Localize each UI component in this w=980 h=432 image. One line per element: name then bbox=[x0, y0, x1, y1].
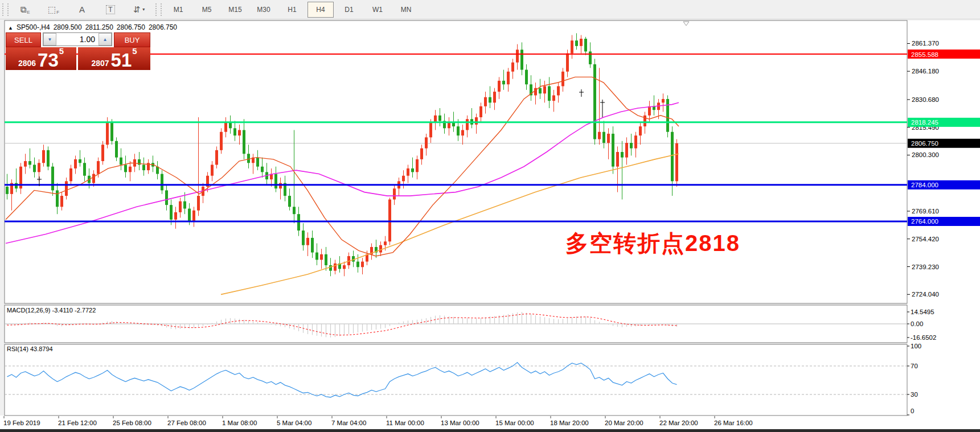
time-axis-label: 5 Mar 04:00 bbox=[277, 419, 311, 426]
drawing-tools-group: ⧉E⬚FAT⇵▾ bbox=[11, 2, 153, 18]
buy-button[interactable]: BUY bbox=[114, 32, 150, 47]
price-axis-tick: 2846.180 bbox=[912, 68, 939, 75]
time-axis-label: 27 Feb 08:00 bbox=[167, 419, 206, 426]
level-price-label: 2855.588 bbox=[911, 51, 938, 58]
time-axis-label: 11 Mar 00:00 bbox=[386, 419, 424, 426]
icon-subscript: F bbox=[56, 10, 59, 15]
symbol-info-bar: ▲SP500-,H42809.5002811.2502806.7502806.7… bbox=[8, 23, 181, 31]
buy-price-display[interactable]: 2807 51 5 bbox=[78, 47, 150, 70]
rsi-axis-tick: 100 bbox=[911, 343, 921, 349]
timeframe-button-h4[interactable]: H4 bbox=[307, 2, 334, 18]
grid-icon: ⬚ bbox=[48, 5, 56, 14]
chart-marker-icon: ▲ bbox=[8, 25, 13, 31]
rsi-axis-tick: 30 bbox=[911, 391, 918, 398]
timeframe-button-m5[interactable]: M5 bbox=[194, 2, 220, 18]
trading-terminal: ⧉E⬚FAT⇵▾ M1M5M15M30H1H4D1W1MN MACD(12,26… bbox=[0, 0, 980, 432]
time-axis-label: 19 Feb 2019 bbox=[3, 419, 40, 426]
current-price-label: 2806.750 bbox=[911, 140, 938, 147]
time-axis-label: 26 Mar 16:00 bbox=[714, 419, 753, 426]
price-axis-tick: 2754.420 bbox=[912, 236, 939, 242]
chart-backgrounds bbox=[0, 19, 980, 432]
sell-price-pip: 5 bbox=[59, 46, 64, 56]
level-price-label: 2764.000 bbox=[911, 218, 938, 225]
rsi-axis-tick: 0 bbox=[911, 408, 914, 414]
time-axis-label: 1 Mar 08:00 bbox=[222, 419, 257, 426]
macd-axis-tick: -16.6502 bbox=[911, 334, 936, 341]
arrow-objects-icon[interactable]: ⇵▾ bbox=[126, 2, 152, 18]
price-axis-tick: 2800.300 bbox=[912, 151, 939, 158]
text-label-icon: A bbox=[79, 5, 85, 14]
buy-price-pip: 5 bbox=[132, 46, 137, 56]
ohlc-high: 2811.250 bbox=[85, 23, 113, 31]
volume-input[interactable] bbox=[56, 33, 99, 46]
time-axis-label: 7 Mar 04:00 bbox=[331, 419, 366, 426]
sell-price-handle: 2806 bbox=[18, 59, 36, 68]
time-axis-label: 18 Mar 20:00 bbox=[550, 419, 589, 426]
timeframe-button-h1[interactable]: H1 bbox=[279, 2, 305, 18]
price-axis-tick: 2724.040 bbox=[912, 291, 939, 298]
time-axis-label: 20 Mar 20:00 bbox=[605, 419, 643, 426]
price-axis-tick: 2769.610 bbox=[912, 208, 939, 215]
text-label-icon[interactable]: A bbox=[69, 2, 95, 18]
time-axis-label: 22 Mar 20:00 bbox=[659, 419, 698, 426]
indicators-hatch-icon: ⧉ bbox=[20, 5, 26, 14]
toolbar: ⧉E⬚FAT⇵▾ M1M5M15M30H1H4D1W1MN bbox=[0, 0, 980, 19]
text-box-icon: T bbox=[106, 5, 114, 14]
arrow-objects-icon: ⇵ bbox=[133, 5, 141, 14]
timeframe-button-m30[interactable]: M30 bbox=[251, 2, 277, 18]
volume-increase-button[interactable]: ▲ bbox=[99, 33, 112, 46]
ohlc-close: 2806.750 bbox=[149, 23, 177, 31]
volume-spinner: ▼ ▲ bbox=[43, 32, 112, 46]
time-axis-label: 21 Feb 12:00 bbox=[58, 419, 97, 426]
volume-decrease-button[interactable]: ▼ bbox=[43, 33, 56, 46]
ohlc-low: 2806.750 bbox=[117, 23, 145, 31]
timeframe-button-w1[interactable]: W1 bbox=[364, 2, 391, 18]
time-axis-label: 25 Feb 08:00 bbox=[113, 419, 151, 426]
price-axis-tick: 2739.230 bbox=[912, 264, 939, 270]
timeframe-button-m1[interactable]: M1 bbox=[165, 2, 191, 18]
level-price-label: 2784.000 bbox=[911, 182, 938, 188]
timeframe-group: M1M5M15M30H1H4D1W1MN bbox=[164, 2, 420, 18]
price-axis-tick: 2861.370 bbox=[912, 40, 939, 47]
toolbar-grip[interactable] bbox=[2, 3, 9, 16]
text-box-icon[interactable]: T bbox=[97, 2, 124, 18]
price-axis-tick: 2830.680 bbox=[912, 96, 939, 103]
time-axis-label: 13 Mar 00:00 bbox=[441, 419, 479, 426]
indicators-hatch-icon[interactable]: ⧉E bbox=[12, 2, 38, 18]
rsi-axis-tick: 70 bbox=[911, 363, 918, 369]
buy-price-main: 51 bbox=[111, 52, 132, 68]
sell-button[interactable]: SELL bbox=[6, 32, 41, 47]
timeframe-button-m15[interactable]: M15 bbox=[222, 2, 248, 18]
icon-subscript: E bbox=[27, 10, 30, 15]
macd-axis-tick: 0.00 bbox=[911, 320, 923, 327]
one-click-trading-panel: SELL ▼ ▲ BUY 2806 73 5 2807 51 5 bbox=[6, 32, 150, 70]
level-price-label: 2818.245 bbox=[911, 119, 938, 126]
macd-axis-tick: 14.5495 bbox=[911, 308, 934, 315]
sell-price-main: 73 bbox=[38, 52, 59, 68]
time-axis-label: 15 Mar 00:00 bbox=[495, 419, 534, 426]
timeframe-button-d1[interactable]: D1 bbox=[336, 2, 362, 18]
grid-icon[interactable]: ⬚F bbox=[40, 2, 67, 18]
buy-price-handle: 2807 bbox=[91, 59, 109, 68]
toolbar-grip[interactable] bbox=[155, 3, 162, 16]
macd-indicator-label: MACD(12,26,9) -3.4110 -2.7722 bbox=[7, 307, 96, 314]
sell-price-display[interactable]: 2806 73 5 bbox=[6, 47, 76, 70]
timeframe-button-mn[interactable]: MN bbox=[393, 2, 419, 18]
chart-text-annotation: 多空转折点2818 bbox=[565, 228, 740, 259]
ohlc-open: 2809.500 bbox=[54, 23, 82, 31]
dropdown-caret-icon[interactable]: ▾ bbox=[142, 7, 145, 12]
rsi-indicator-label: RSI(14) 43.8794 bbox=[7, 345, 53, 352]
symbol-name: SP500-,H4 bbox=[17, 23, 50, 31]
